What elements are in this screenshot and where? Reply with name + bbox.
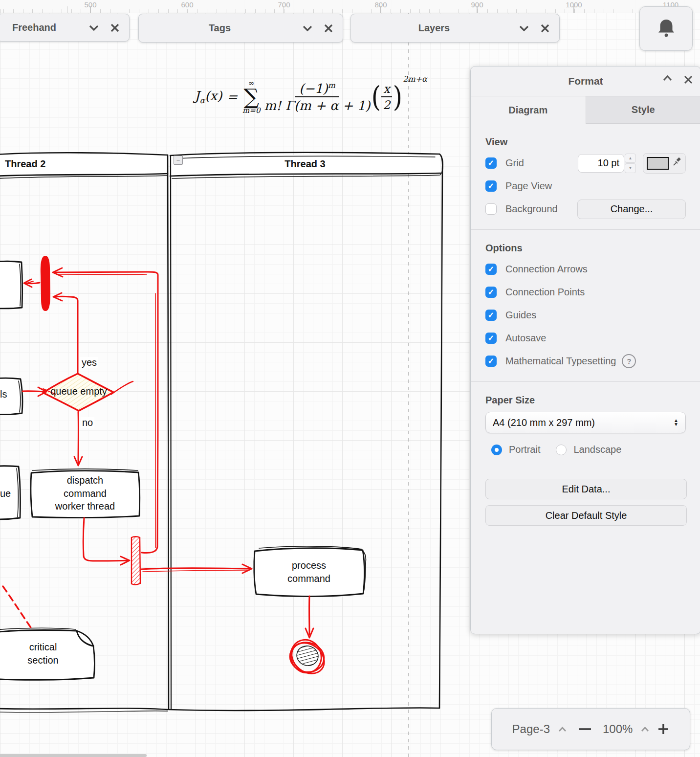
zoom-out-icon[interactable] [579, 727, 591, 731]
orientation-row: Portrait Landscape [491, 444, 686, 455]
edit-data-button[interactable]: Edit Data... [485, 479, 687, 499]
guides-checkbox[interactable]: ✓ [485, 310, 497, 321]
page-view-row: ✓ Page View [485, 175, 686, 198]
grid-row: ✓ Grid 10 pt ▲ ▼ [485, 152, 686, 175]
chevron-down-icon[interactable] [89, 25, 99, 31]
ruler-label: 1000 [559, 0, 589, 9]
change-background-button[interactable]: Change... [577, 200, 686, 219]
horizontal-scrollbar-thumb[interactable] [0, 754, 147, 757]
freehand-panel[interactable]: Freehand [0, 14, 130, 42]
eyedropper-icon [672, 157, 682, 169]
zoom-level[interactable]: 100% [603, 722, 633, 736]
activation-bar-hatched[interactable] [131, 537, 140, 585]
tab-style[interactable]: Style [586, 96, 700, 124]
tags-panel[interactable]: Tags [138, 14, 343, 43]
check-icon: ✓ [488, 266, 494, 273]
grid-label: Grid [505, 157, 524, 169]
option-row: ✓ Mathematical Typesetting ? [485, 350, 686, 373]
collapse-minus-icon: − [176, 157, 180, 163]
select-arrows-icon: ▲▼ [674, 419, 678, 426]
zoom-chevron-up-icon[interactable] [641, 727, 649, 732]
autosave-label: Autosave [505, 333, 546, 344]
chevron-down-icon[interactable] [303, 25, 312, 31]
formula-lhs: Jα(x) [195, 89, 222, 105]
tab-diagram[interactable]: Diagram [471, 96, 586, 124]
paper-size-select[interactable]: A4 (210 mm x 297 mm) ▲▼ [485, 412, 686, 433]
page-chevron-up-icon[interactable] [558, 727, 567, 732]
ruler-label: 800 [366, 0, 395, 9]
check-icon: ✓ [488, 357, 494, 365]
ruler-label: 700 [269, 0, 299, 9]
notifications-button[interactable] [639, 6, 693, 51]
bell-icon [656, 17, 677, 41]
critical-note-label[interactable]: critical section [1, 641, 85, 667]
connection-points-checkbox[interactable]: ✓ [485, 287, 497, 298]
page-zoom-bar: Page-3 100% [491, 708, 690, 750]
background-row: ✓ Background Change... [485, 198, 686, 221]
activation-bar-solid[interactable] [41, 256, 50, 311]
option-row: ✓ Connection Points [485, 281, 686, 304]
landscape-radio[interactable] [556, 445, 567, 455]
page-selector[interactable]: Page-3 [512, 722, 550, 736]
check-icon: ✓ [488, 289, 494, 296]
node-left-partial-top[interactable] [0, 261, 22, 309]
layers-panel[interactable]: Layers [350, 14, 560, 43]
close-icon[interactable] [110, 23, 119, 32]
freehand-panel-title: Freehand [12, 22, 56, 33]
tags-panel-title: Tags [139, 22, 301, 34]
grid-checkbox[interactable]: ✓ [485, 157, 497, 169]
check-icon: ✓ [488, 334, 494, 342]
close-icon[interactable] [684, 75, 693, 84]
paper-size-value: A4 (210 mm x 297 mm) [493, 417, 595, 428]
branch-yes-label[interactable]: yes [80, 357, 98, 368]
page-view-checkbox[interactable]: ✓ [485, 180, 497, 192]
connection-arrows-checkbox[interactable]: ✓ [485, 264, 497, 275]
lane-thread3-title[interactable]: Thread 3 [171, 158, 439, 170]
dispatch-label[interactable]: dispatch command worker thread [34, 474, 136, 513]
ruler-label: 900 [462, 0, 492, 9]
grid-size-stepper[interactable]: ▲ ▼ [625, 154, 636, 173]
portrait-radio[interactable] [491, 445, 502, 455]
node-scribble-end[interactable] [285, 636, 330, 680]
help-icon[interactable]: ? [622, 354, 636, 368]
lane-collapse-button[interactable]: − [174, 156, 183, 165]
background-label: Background [505, 203, 558, 215]
check-icon: ✓ [488, 312, 494, 319]
ruler-label: 500 [76, 0, 105, 9]
partial-node-label-mid[interactable]: ls [0, 389, 20, 400]
chevron-down-icon[interactable] [519, 25, 529, 31]
clear-default-style-button[interactable]: Clear Default Style [485, 505, 687, 526]
formula-sum: ∞ ∑ m=0 [242, 79, 260, 114]
check-icon: ✓ [488, 182, 494, 190]
lane-thread2-title[interactable]: Thread 2 [5, 158, 78, 170]
stepper-down-icon[interactable]: ▼ [625, 163, 636, 173]
math-formula[interactable]: Jα(x) = ∞ ∑ m=0 (−1)m m! Γ(m + α + 1) ( … [185, 71, 437, 122]
decision-label[interactable]: queue empty [42, 386, 115, 397]
branch-no-label[interactable]: no [81, 417, 94, 428]
red-dashed-link [3, 586, 33, 630]
option-row: ✓ Guides [485, 304, 686, 327]
grid-size-input[interactable]: 10 pt [578, 154, 624, 173]
close-icon[interactable] [324, 24, 333, 33]
math-typesetting-checkbox[interactable]: ✓ [485, 356, 497, 367]
partial-node-label-lower[interactable]: ue [0, 488, 20, 499]
autosave-checkbox[interactable]: ✓ [485, 333, 497, 344]
close-icon[interactable] [541, 24, 549, 33]
option-row: ✓ Autosave [485, 327, 686, 350]
background-checkbox[interactable]: ✓ [485, 203, 497, 215]
zoom-in-icon[interactable] [657, 723, 669, 735]
collapse-chevron-up-icon[interactable] [663, 75, 672, 81]
format-panel-title: Format [568, 75, 603, 87]
grid-color-button[interactable] [643, 153, 686, 174]
connection-points-label: Connection Points [505, 287, 585, 298]
formula-x-over-2: x 2 [381, 82, 392, 112]
paper-size-section-heading: Paper Size [485, 395, 686, 406]
option-row: ✓ Connection Arrows [485, 258, 686, 281]
page-view-label: Page View [505, 180, 552, 192]
stepper-up-icon[interactable]: ▲ [625, 154, 636, 163]
process-label[interactable]: process command [257, 559, 361, 585]
guides-label: Guides [505, 310, 536, 321]
layers-panel-title: Layers [351, 22, 517, 34]
math-typesetting-label: Mathematical Typesetting [505, 356, 616, 367]
ruler-label: 600 [173, 0, 202, 9]
